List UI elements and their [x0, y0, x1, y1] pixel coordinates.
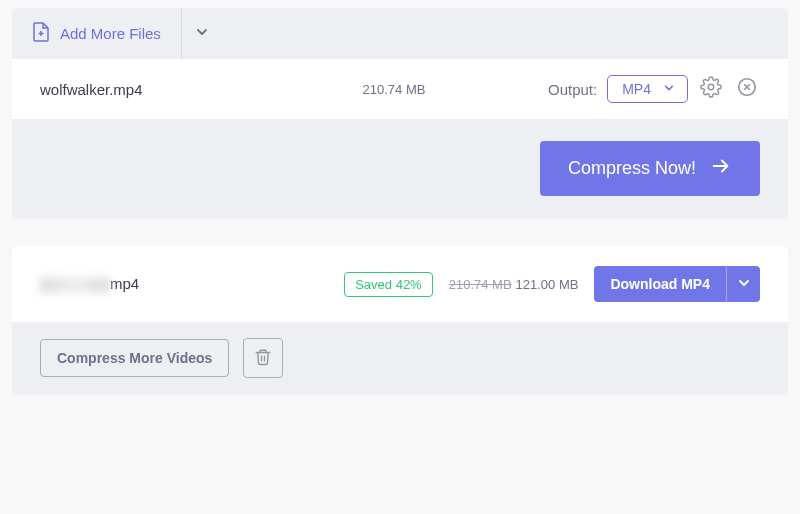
trash-icon [254, 348, 272, 369]
chevron-down-icon [663, 81, 675, 97]
compress-now-button[interactable]: Compress Now! [540, 141, 760, 196]
download-dropdown-button[interactable] [726, 266, 760, 302]
add-more-files-button[interactable]: Add More Files [12, 8, 181, 59]
file-plus-icon [32, 22, 50, 45]
compress-now-label: Compress Now! [568, 158, 696, 179]
saved-badge: Saved 42% [344, 272, 433, 297]
settings-button[interactable] [698, 76, 724, 102]
close-circle-icon [736, 76, 758, 102]
obscured-filename [40, 277, 110, 293]
chevron-down-icon [195, 25, 209, 42]
result-card: mp4 Saved 42% 210.74 MB121.00 MB Downloa… [12, 246, 788, 394]
chevron-down-icon [737, 276, 751, 293]
output-label: Output: [548, 81, 597, 98]
result-file-name: mp4 [40, 275, 160, 293]
svg-point-0 [708, 84, 714, 90]
output-format-value: MP4 [622, 81, 651, 97]
remove-file-button[interactable] [734, 76, 760, 102]
new-size: 121.00 MB [516, 277, 579, 292]
upload-card: Add More Files wolfwalker.mp4 210.74 MB … [12, 8, 788, 218]
result-bottom-bar: Compress More Videos [12, 322, 788, 394]
file-row: wolfwalker.mp4 210.74 MB Output: MP4 [12, 59, 788, 119]
compress-more-videos-button[interactable]: Compress More Videos [40, 339, 229, 377]
file-name: wolfwalker.mp4 [40, 81, 240, 98]
output-group: Output: MP4 [548, 75, 760, 103]
add-more-files-label: Add More Files [60, 25, 161, 42]
delete-button[interactable] [243, 338, 283, 378]
result-extension: mp4 [110, 275, 139, 292]
old-size: 210.74 MB [449, 277, 512, 292]
gear-icon [700, 76, 722, 102]
compress-action-bar: Compress Now! [12, 119, 788, 218]
result-row: mp4 Saved 42% 210.74 MB121.00 MB Downloa… [12, 246, 788, 322]
file-size: 210.74 MB [240, 82, 548, 97]
add-files-row: Add More Files [12, 8, 788, 59]
download-button[interactable]: Download MP4 [594, 266, 726, 302]
output-format-select[interactable]: MP4 [607, 75, 688, 103]
arrow-right-icon [710, 155, 732, 182]
add-more-files-dropdown-button[interactable] [181, 8, 223, 59]
download-group: Download MP4 [594, 266, 760, 302]
size-comparison: 210.74 MB121.00 MB [449, 277, 579, 292]
